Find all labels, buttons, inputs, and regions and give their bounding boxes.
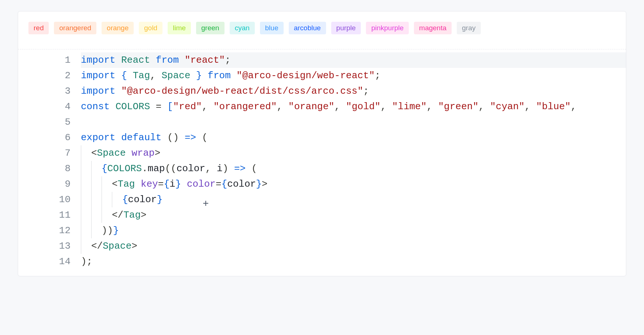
tag-blue[interactable]: blue <box>260 22 284 34</box>
tag-purple[interactable]: purple <box>331 22 361 34</box>
line-number: 10 <box>18 192 71 207</box>
code-line-7[interactable]: <Space wrap> <box>81 145 626 161</box>
code-line-4[interactable]: const COLORS = ["red", "orangered", "ora… <box>81 99 626 114</box>
line-number: 9 <box>18 176 71 192</box>
tag-arcoblue[interactable]: arcoblue <box>289 22 326 34</box>
code-content[interactable]: import React from "react";import { Tag, … <box>81 52 626 269</box>
tag-orangered[interactable]: orangered <box>54 22 96 34</box>
line-number: 5 <box>18 114 71 130</box>
tag-gold[interactable]: gold <box>139 22 162 34</box>
code-line-1[interactable]: import React from "react"; <box>81 52 626 68</box>
code-line-6[interactable]: export default () => ( <box>81 130 626 145</box>
line-number: 13 <box>18 238 71 254</box>
code-line-3[interactable]: import "@arco-design/web-react/dist/css/… <box>81 83 626 99</box>
code-line-5[interactable] <box>81 114 626 130</box>
tag-gray[interactable]: gray <box>457 22 481 34</box>
tag-orange[interactable]: orange <box>102 22 134 34</box>
tag-pinkpurple[interactable]: pinkpurple <box>366 22 409 34</box>
line-number: 8 <box>18 161 71 176</box>
code-line-2[interactable]: import { Tag, Space } from "@arco-design… <box>81 68 626 83</box>
line-number: 11 <box>18 207 71 223</box>
tags-container: redorangeredorangegoldlimegreencyanbluea… <box>28 22 616 34</box>
tag-cyan[interactable]: cyan <box>230 22 255 34</box>
line-number: 2 <box>18 68 71 83</box>
cursor-plus-icon: + <box>203 196 209 211</box>
tag-red[interactable]: red <box>28 22 49 34</box>
tag-green[interactable]: green <box>196 22 225 34</box>
page-root: redorangeredorangegoldlimegreencyanbluea… <box>0 0 644 287</box>
demo-card: redorangeredorangegoldlimegreencyanbluea… <box>18 11 626 276</box>
code-line-8[interactable]: {COLORS.map((color, i) => ( <box>81 161 626 176</box>
line-number: 3 <box>18 83 71 99</box>
line-number: 6 <box>18 130 71 145</box>
code-line-14[interactable]: ); <box>81 254 626 269</box>
line-number: 1 <box>18 52 71 68</box>
code-line-11[interactable]: </Tag> <box>81 207 626 223</box>
line-number: 7 <box>18 145 71 161</box>
code-line-12[interactable]: ))} <box>81 223 626 238</box>
preview-pane: redorangeredorangegoldlimegreencyanbluea… <box>18 11 626 49</box>
code-line-13[interactable]: </Space> <box>81 238 626 254</box>
line-number: 12 <box>18 223 71 238</box>
tag-lime[interactable]: lime <box>168 22 191 34</box>
code-editor[interactable]: 1234567891011121314 import React from "r… <box>18 49 626 276</box>
line-number: 4 <box>18 99 71 114</box>
code-line-9[interactable]: <Tag key={i} color={color}> <box>81 176 626 192</box>
code-line-10[interactable]: {color} <box>81 192 626 207</box>
line-gutter: 1234567891011121314 <box>18 52 81 269</box>
line-number: 14 <box>18 254 71 269</box>
tag-magenta[interactable]: magenta <box>414 22 452 34</box>
